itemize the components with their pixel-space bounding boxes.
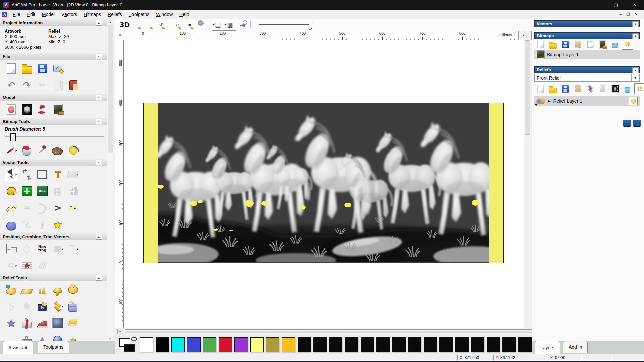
section-header-position-combine-trim-vectors[interactable]: Position, Combine, Trim Vectors▲ [0,233,107,240]
menu-window[interactable]: Window [153,10,176,19]
collapse-button[interactable]: ▲ [96,160,102,165]
zoom-object-button[interactable]: ▪ [183,19,196,31]
open-model-button[interactable] [20,62,34,75]
undo-button[interactable]: ↶ [5,78,18,92]
close-button[interactable]: ✕ [625,0,644,10]
collapse-icon[interactable]: ▲ [632,67,639,73]
vector-doctor-button[interactable] [5,218,18,231]
vertical-ruler[interactable]: 5004003002001000-100 [115,40,124,328]
colour-swatch-24[interactable] [518,337,532,352]
new-relief-layer-button[interactable] [535,83,546,94]
fit-vectors-to-curves-button[interactable]: ★ [20,259,34,272]
colour-swatch-5[interactable] [219,337,232,352]
model-properties-button[interactable] [51,62,64,75]
basket-weave-button[interactable] [20,333,34,341]
horizontal-ruler[interactable]: 0100200300400500600700800millimetres [127,31,518,41]
section-header-file[interactable]: File▲ [0,53,107,60]
collapse-button[interactable]: ▲ [96,20,102,26]
menu-edit[interactable]: Edit [24,10,39,19]
colour-swatch-6[interactable] [234,337,248,352]
colour-swatch-15[interactable] [376,337,390,352]
view-slider[interactable] [259,24,309,25]
delete-bitmap-layer-button[interactable] [609,39,621,50]
face-wizard-button[interactable] [36,300,49,313]
vectors-section-header[interactable]: Vectors ▼ [534,20,640,27]
align-vectors-button[interactable]: ▸ [5,242,18,255]
flower-tool-button[interactable]: ★ [66,333,80,341]
toggle-all-bitmap-visibility-button[interactable] [622,39,633,50]
vertical-scrollbar[interactable] [524,31,530,328]
save-model-button[interactable] [36,62,49,75]
relief-select-dropdown[interactable]: Front Relief ▼ [534,74,640,82]
colour-swatch-23[interactable] [502,337,516,352]
redo-button[interactable]: ↷ [20,78,34,92]
zoom-extents-button[interactable] [196,19,208,31]
offset-relief-button[interactable] [66,316,80,330]
create-shape-button[interactable]: + [20,184,34,198]
section-header-project-information[interactable]: Project Information ▲ [0,19,107,26]
open-relief-layer-button[interactable] [547,83,558,94]
create-rectangle-button[interactable]: ▸ [36,168,49,181]
save-relief-layer-button[interactable] [560,83,571,94]
group-vectors-button[interactable]: ▣▸ [51,242,64,255]
pan-view-button[interactable]: ◄ [236,19,248,31]
red-relief-tool-button[interactable] [5,333,18,341]
collapse-icon[interactable]: ▲ [632,33,639,39]
pick-colour-button[interactable] [36,143,49,157]
colour-swatch-12[interactable] [329,337,342,352]
colour-swatch-0[interactable] [140,337,153,352]
zoom-box-button[interactable]: ▫ [171,19,183,31]
flood-fill-button[interactable]: ▸ [20,143,34,157]
two-rail-sweep-button[interactable] [66,283,80,296]
section-header-bitmap-tools[interactable]: Bitmap Tools▲ [0,118,107,125]
colour-swatch-16[interactable] [392,337,406,352]
zoom-previous-button[interactable]: ↺ [155,19,167,31]
envelope-distortion-button[interactable]: ▸ [66,168,80,181]
collapse-button[interactable]: ▲ [96,95,102,100]
copy-button[interactable] [51,78,64,92]
paste-button[interactable] [66,78,80,92]
colour-swatch-7[interactable] [250,337,264,352]
measure-tool-button[interactable] [5,184,18,198]
expand-arrow-icon[interactable]: ▶ [548,99,550,103]
set-model-size-button[interactable]: ▸ [5,103,18,116]
load-relief-button[interactable]: ▸ [66,300,80,313]
menu-help[interactable]: Help [176,10,193,19]
menu-model[interactable]: Model [39,10,58,19]
layer-visibility-button[interactable] [629,97,638,105]
weave-wizard-button[interactable]: ❋ [20,300,34,313]
collapse-button[interactable]: ▲ [96,234,102,240]
colour-swatch-21[interactable] [471,337,484,352]
bitmaps-section-header[interactable]: Bitmaps ▲ [534,32,640,39]
smooth-relief-button[interactable] [36,283,49,296]
save-bitmap-layer-button[interactable] [560,39,571,50]
maximize-button[interactable]: ▢ [606,0,625,10]
horizontal-scrollbar[interactable]: ▸ [115,328,530,334]
merge-bitmap-layers-button[interactable] [572,39,583,50]
section-header-model[interactable]: Model▲ [0,94,107,101]
tab-assistant[interactable]: Assistant [3,341,33,354]
join-vectors-button[interactable]: ∪▸ [5,259,18,272]
swept-profile-button[interactable]: S [5,300,18,313]
brush-diameter-slider[interactable] [5,132,110,141]
reliefs-section-header[interactable]: Reliefs ▲ [534,66,640,73]
text-on-curve-button[interactable]: ○ [20,242,34,255]
secondary-colour-swatch[interactable] [124,344,135,352]
bitmap-to-vector-button[interactable] [597,39,608,50]
canvas-viewport[interactable] [124,40,524,328]
lighting-setup-button[interactable] [36,103,49,116]
create-arc-button[interactable] [36,201,49,215]
zoom-out-button[interactable]: − [143,19,155,31]
move-layer-down-button[interactable]: ↓ [633,120,641,127]
colour-swatch-22[interactable] [487,337,500,352]
magic-wand-button[interactable] [66,143,80,157]
artwork-image[interactable] [143,103,504,263]
toggle-all-relief-visibility-button[interactable] [634,83,644,94]
scroll-right-icon[interactable]: ▸ [117,329,123,334]
snap-guides-toggle-button[interactable]: ▥ [224,19,236,31]
colour-swatch-9[interactable] [282,337,295,352]
menu-vectors[interactable]: Vectors [58,10,80,19]
mirror-vectors-button[interactable]: ∮ [36,218,49,231]
snap-grid-toggle-button[interactable]: ▤ [212,19,224,31]
mdi-minimize-button[interactable]: – [619,12,622,17]
